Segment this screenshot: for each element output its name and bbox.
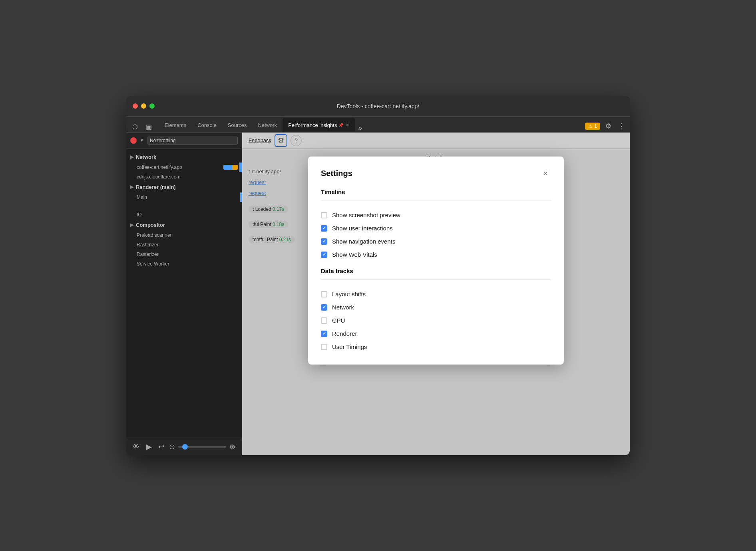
cdnjs-label: cdnjs.cloudflare.com xyxy=(137,174,180,180)
right-panel: Feedback ⚙ ? Details t rt.netlify.app/ r… xyxy=(242,133,630,455)
screenshot-button[interactable]: 👁 xyxy=(133,442,140,451)
more-tabs-button[interactable]: » xyxy=(355,124,365,132)
checkbox-web-vitals-input[interactable] xyxy=(321,252,327,258)
data-tracks-divider xyxy=(321,279,551,279)
tab-bar-icons: ⬡ ▣ xyxy=(129,121,154,132)
return-button[interactable]: ↩ xyxy=(158,442,164,451)
close-button[interactable] xyxy=(133,103,138,109)
checkbox-navigation-events[interactable]: Show navigation events xyxy=(321,235,551,248)
checkbox-screenshot-preview[interactable]: Show screenshot preview xyxy=(321,208,551,222)
zoom-slider[interactable] xyxy=(178,446,226,448)
devtools-window: DevTools - coffee-cart.netlify.app/ ⬡ ▣ … xyxy=(126,96,630,455)
tab-network[interactable]: Network xyxy=(253,118,283,132)
throttle-select[interactable]: No throttling xyxy=(147,137,238,145)
checkbox-layout-shifts[interactable]: Layout shifts xyxy=(321,287,551,301)
expand-arrow-icon: ▶ xyxy=(130,155,133,160)
traffic-lights xyxy=(133,103,155,109)
checkbox-user-interactions-input[interactable] xyxy=(321,225,327,232)
checkbox-user-timings[interactable]: User Timings xyxy=(321,340,551,353)
minimize-button[interactable] xyxy=(141,103,146,109)
warning-icon: ⚠ xyxy=(588,123,593,129)
sidebar-item-main[interactable]: Main xyxy=(126,192,242,202)
checkbox-user-timings-input[interactable] xyxy=(321,344,327,350)
checkbox-gpu-input[interactable] xyxy=(321,317,327,324)
checkbox-navigation-events-input[interactable] xyxy=(321,238,327,245)
settings-button[interactable]: ⚙ xyxy=(603,120,613,132)
title-bar: DevTools - coffee-cart.netlify.app/ xyxy=(126,96,630,117)
main-content: ▼ No throttling ▶ Network coffee-cart.ne… xyxy=(126,133,630,455)
expand-arrow-compositor-icon: ▶ xyxy=(130,222,133,228)
tab-list: Elements Console Sources Network Perform… xyxy=(159,118,585,132)
sidebar-item-preload-scanner[interactable]: Preload scanner xyxy=(126,230,242,240)
play-button[interactable]: ▶ xyxy=(146,442,152,451)
sidebar-item-compositor[interactable]: ▶ Compositor xyxy=(126,220,242,230)
data-tracks-section-title: Data tracks xyxy=(321,268,551,274)
checkbox-user-interactions[interactable]: Show user interactions xyxy=(321,222,551,235)
zoom-thumb xyxy=(182,444,188,450)
record-button[interactable] xyxy=(130,137,137,144)
dropdown-arrow-icon: ▼ xyxy=(140,138,144,143)
compositor-label: Compositor xyxy=(136,222,165,228)
tab-console[interactable]: Console xyxy=(192,118,222,132)
cursor-icon[interactable]: ⬡ xyxy=(129,121,141,132)
network-section-label: Network xyxy=(136,154,156,160)
sidebar-item-io[interactable]: IO xyxy=(126,210,242,220)
rasterizer-2-label: Rasterizer xyxy=(137,252,159,257)
checkbox-navigation-events-label: Show navigation events xyxy=(332,238,395,245)
checkbox-network[interactable]: Network xyxy=(321,301,551,314)
preload-scanner-label: Preload scanner xyxy=(137,232,171,238)
coffee-cart-label: coffee-cart.netlify.app xyxy=(137,165,220,170)
window-title: DevTools - coffee-cart.netlify.app/ xyxy=(337,103,419,109)
sidebar-item-coffee-cart[interactable]: coffee-cart.netlify.app xyxy=(126,163,242,172)
bottom-toolbar: 👁 ▶ ↩ ⊖ ⊕ xyxy=(126,438,242,455)
sidebar-item-rasterizer-2[interactable]: Rasterizer xyxy=(126,250,242,259)
checkbox-renderer-label: Renderer xyxy=(332,330,357,337)
checkbox-renderer-input[interactable] xyxy=(321,331,327,337)
modal-header: Settings × xyxy=(321,168,551,179)
timeline-indicator xyxy=(239,163,242,172)
checkbox-renderer[interactable]: Renderer xyxy=(321,327,551,340)
service-worker-label: Service Worker xyxy=(137,261,169,267)
checkbox-gpu[interactable]: GPU xyxy=(321,314,551,327)
checkbox-user-interactions-label: Show user interactions xyxy=(332,225,393,232)
checkbox-screenshot-preview-label: Show screenshot preview xyxy=(332,212,400,218)
checkbox-layout-shifts-input[interactable] xyxy=(321,291,327,297)
modal-close-button[interactable]: × xyxy=(540,168,551,179)
modal-overlay: Settings × Timeline Show screenshot prev… xyxy=(242,133,630,455)
warning-badge[interactable]: ⚠ 1 xyxy=(585,123,600,130)
sidebar-item-network[interactable]: ▶ Network xyxy=(126,152,242,163)
pin-icon: 📌 xyxy=(338,123,343,127)
checkbox-web-vitals-label: Show Web Vitals xyxy=(332,251,377,258)
checkbox-gpu-label: GPU xyxy=(332,317,345,324)
zoom-out-button[interactable]: ⊖ xyxy=(169,442,175,451)
sidebar-item-renderer-main[interactable]: ▶ Renderer (main) xyxy=(126,182,242,192)
more-options-button[interactable]: ⋮ xyxy=(616,120,627,132)
checkbox-web-vitals[interactable]: Show Web Vitals xyxy=(321,248,551,261)
checkbox-screenshot-preview-input[interactable] xyxy=(321,212,327,218)
expand-arrow-renderer-icon: ▶ xyxy=(130,184,133,190)
data-tracks-section: Data tracks Layout shifts Network xyxy=(321,268,551,353)
sidebar: ▼ No throttling ▶ Network coffee-cart.ne… xyxy=(126,133,242,455)
checkbox-user-timings-label: User Timings xyxy=(332,343,367,350)
network-toolbar: ▼ No throttling xyxy=(126,133,242,149)
tab-performance-insights[interactable]: Performance insights 📌 ✕ xyxy=(283,118,355,132)
tab-bar: ⬡ ▣ Elements Console Sources Network Per… xyxy=(126,117,630,133)
bottom-toolbar-right: ⊖ ⊕ xyxy=(169,442,235,451)
maximize-button[interactable] xyxy=(149,103,155,109)
tab-close-icon[interactable]: ✕ xyxy=(346,123,349,128)
checkbox-network-input[interactable] xyxy=(321,304,327,311)
renderer-main-label: Renderer (main) xyxy=(136,184,176,190)
tab-elements[interactable]: Elements xyxy=(159,118,192,132)
zoom-in-button[interactable]: ⊕ xyxy=(229,442,235,451)
main-label: Main xyxy=(137,194,238,200)
settings-modal: Settings × Timeline Show screenshot prev… xyxy=(308,157,564,365)
sidebar-item-service-worker[interactable]: Service Worker xyxy=(126,259,242,269)
dock-icon[interactable]: ▣ xyxy=(143,121,154,132)
timeline-section-title: Timeline xyxy=(321,188,551,195)
sidebar-item-cdnjs[interactable]: cdnjs.cloudflare.com xyxy=(126,172,242,182)
network-bar-mixed xyxy=(223,165,238,170)
tab-bar-right: ⚠ 1 ⚙ ⋮ xyxy=(585,120,627,132)
tab-sources[interactable]: Sources xyxy=(222,118,253,132)
io-label: IO xyxy=(137,212,142,218)
sidebar-item-rasterizer-1[interactable]: Rasterizer xyxy=(126,240,242,250)
